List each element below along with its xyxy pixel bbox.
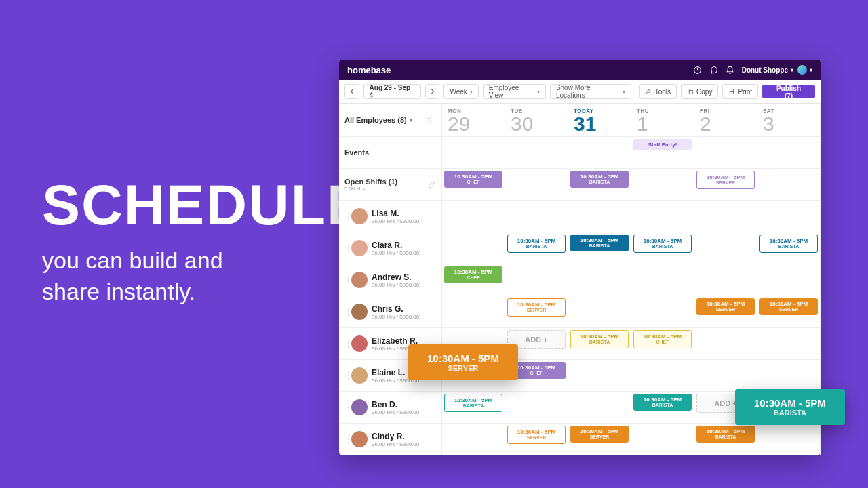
shift-block[interactable]: 10:30AM - 5PMBARISTA xyxy=(507,235,566,253)
shift-block[interactable]: 10:30AM - 5PMBARISTA xyxy=(760,235,818,253)
shift-cell[interactable] xyxy=(694,200,757,232)
shift-cell[interactable] xyxy=(694,359,757,391)
shift-cell[interactable]: 10:30AM - 5PMSERVER xyxy=(505,423,568,455)
shift-block[interactable]: 10:30AM - 5PMBARISTA xyxy=(444,394,502,412)
shift-cell[interactable] xyxy=(694,264,757,296)
shift-cell[interactable]: 10:30AM - 5PMBARISTA xyxy=(631,232,694,264)
shift-cell[interactable]: 10:30AM - 5PMBARISTA xyxy=(568,168,631,200)
shift-cell[interactable] xyxy=(631,200,694,232)
shift-block[interactable]: 10:30AM - 5PMBARISTA xyxy=(633,235,692,253)
shift-cell[interactable] xyxy=(631,264,694,296)
shift-cell[interactable]: 10:30AM - 5PMBARISTA xyxy=(568,232,631,264)
shift-block[interactable]: 10:30AM - 5PMSERVER xyxy=(507,426,566,444)
shift-cell[interactable] xyxy=(757,200,821,232)
next-week-button[interactable] xyxy=(425,84,440,99)
shift-cell[interactable] xyxy=(631,168,694,200)
shift-cell[interactable] xyxy=(757,327,821,359)
day-header: TODAY31 xyxy=(568,104,631,136)
floating-shift-card[interactable]: 10:30AM - 5PMSERVER xyxy=(408,344,518,380)
shift-cell[interactable] xyxy=(631,359,694,391)
shift-cell[interactable] xyxy=(505,168,568,200)
shift-cell[interactable] xyxy=(757,359,821,391)
event-cell[interactable] xyxy=(505,136,568,168)
shift-cell[interactable]: 10:30AM - 5PMBARISTA xyxy=(631,391,694,423)
shift-block[interactable]: 10:30AM - 5PMSERVER xyxy=(696,171,755,189)
account-menu[interactable]: Donut Shoppe▾▾ xyxy=(742,65,812,75)
event-pill[interactable]: Staff Party! xyxy=(633,139,692,150)
shift-cell[interactable] xyxy=(694,232,757,264)
employee-row-label[interactable]: ⋮Cindy R.36.00 Hrs / $900.00 xyxy=(339,423,442,455)
shift-block[interactable]: 10:30AM - 5PMSERVER xyxy=(507,298,566,317)
employee-row-label[interactable]: ⋮Andrew S.36.00 Hrs / $900.00 xyxy=(339,264,442,296)
shift-cell[interactable]: 10:30AM - 5PMBARISTA xyxy=(568,327,631,359)
shift-block[interactable]: 10:30AM - 5PMBARISTA xyxy=(570,171,629,188)
shift-cell[interactable]: 10:30AM - 5PMBARISTA xyxy=(694,423,757,455)
svg-rect-2 xyxy=(730,92,734,94)
shift-cell[interactable]: 10:30AM - 5PMSERVER xyxy=(694,168,757,200)
event-cell[interactable] xyxy=(694,136,757,168)
shift-cell[interactable] xyxy=(442,423,505,455)
shift-block[interactable]: 10:30AM - 5PMCHEF xyxy=(633,330,692,348)
shift-cell[interactable] xyxy=(757,264,821,296)
bell-icon[interactable] xyxy=(724,64,736,76)
shift-cell[interactable] xyxy=(442,232,505,264)
shift-cell[interactable]: 10:30AM - 5PMBARISTA xyxy=(505,232,568,264)
shift-cell[interactable] xyxy=(442,296,505,327)
employee-row-label[interactable]: ⋮Chris G.36.00 Hrs / $900.00 xyxy=(339,296,442,327)
day-header: SAT3 xyxy=(757,104,821,136)
chat-icon[interactable] xyxy=(708,64,720,76)
shift-cell[interactable] xyxy=(442,200,505,232)
event-cell[interactable] xyxy=(757,136,821,168)
shift-cell[interactable] xyxy=(505,391,568,423)
shift-cell[interactable] xyxy=(568,296,631,327)
shift-cell[interactable] xyxy=(694,327,757,359)
shift-block[interactable]: 10:30AM - 5PMBARISTA xyxy=(633,394,692,411)
shift-block[interactable]: 10:30AM - 5PMSERVER xyxy=(760,298,818,315)
event-cell[interactable] xyxy=(568,136,631,168)
employee-row-label[interactable]: ⋮Lisa M.36.00 Hrs / $900.00 xyxy=(339,200,442,232)
print-button[interactable]: Print xyxy=(722,84,758,99)
shift-block[interactable]: 10:30AM - 5PMBARISTA xyxy=(696,426,755,443)
shift-cell[interactable] xyxy=(505,200,568,232)
shift-cell[interactable] xyxy=(631,296,694,327)
shift-cell[interactable]: 10:30AM - 5PMCHEF xyxy=(442,264,505,296)
shift-cell[interactable]: 10:30AM - 5PMSERVER xyxy=(505,296,568,327)
shift-cell[interactable]: 10:30AM - 5PMSERVER xyxy=(568,423,631,455)
shift-block[interactable]: 10:30AM - 5PMBARISTA xyxy=(570,235,629,251)
tools-button[interactable]: Tools xyxy=(639,84,677,99)
shift-cell[interactable]: 10:30AM - 5PMCHEF xyxy=(631,327,694,359)
shift-cell[interactable]: 10:30AM - 5PMSERVER xyxy=(757,296,821,327)
date-range[interactable]: Aug 29 - Sep 4 xyxy=(363,84,421,99)
event-cell[interactable]: Staff Party! xyxy=(631,136,694,168)
shift-cell[interactable] xyxy=(568,200,631,232)
shift-block[interactable]: 10:30AM - 5PMBARISTA xyxy=(570,330,629,348)
employee-row-label[interactable]: ⋮Ciara R.36.00 Hrs / $900.00 xyxy=(339,232,442,264)
employee-row-label[interactable]: ⋮Ben D.36.00 Hrs / $900.00 xyxy=(339,391,442,423)
shift-cell[interactable]: 10:30AM - 5PMSERVER xyxy=(694,296,757,327)
locations-select[interactable]: Show More Locations▾ xyxy=(550,84,631,99)
employee-filter[interactable]: All Employees (8) ▾ xyxy=(339,104,442,136)
shift-cell[interactable]: 10:30AM - 5PMCHEF xyxy=(442,168,505,200)
shift-cell[interactable] xyxy=(757,168,821,200)
shift-cell[interactable] xyxy=(631,423,694,455)
event-cell[interactable] xyxy=(442,136,505,168)
shift-cell[interactable]: 10:30AM - 5PMBARISTA xyxy=(757,232,821,264)
shift-cell[interactable] xyxy=(568,359,631,391)
shift-block[interactable]: 10:30AM - 5PMSERVER xyxy=(696,298,755,315)
floating-shift-card[interactable]: 10:30AM - 5PMBARISTA xyxy=(735,389,845,425)
publish-button[interactable]: Publish (7) xyxy=(762,85,815,98)
shift-cell[interactable]: 10:30AM - 5PMBARISTA xyxy=(442,391,505,423)
shift-block[interactable]: 10:30AM - 5PMCHEF xyxy=(444,171,502,188)
shift-cell[interactable] xyxy=(568,264,631,296)
mode-select[interactable]: Employee View▾ xyxy=(483,84,546,99)
shift-block[interactable]: 10:30AM - 5PMSERVER xyxy=(570,426,629,443)
clock-icon[interactable] xyxy=(692,64,704,76)
open-shifts-label: Open Shifts (1)5.50 Hrs xyxy=(339,168,442,200)
view-select[interactable]: Week▾ xyxy=(443,84,478,99)
copy-button[interactable]: Copy xyxy=(681,84,718,99)
shift-cell[interactable] xyxy=(568,391,631,423)
shift-cell[interactable] xyxy=(505,264,568,296)
prev-week-button[interactable] xyxy=(344,84,359,99)
shift-block[interactable]: 10:30AM - 5PMCHEF xyxy=(444,266,502,283)
shift-cell[interactable] xyxy=(757,423,821,455)
